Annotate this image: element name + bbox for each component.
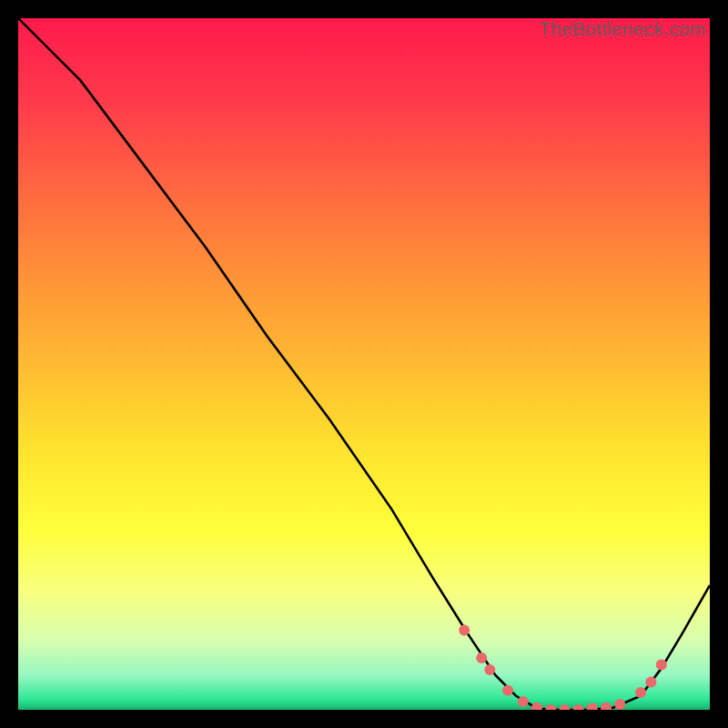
highlight-point	[635, 687, 646, 698]
highlight-point	[645, 677, 656, 688]
highlight-point	[656, 660, 667, 671]
highlight-point	[614, 699, 625, 710]
highlight-point	[484, 664, 495, 675]
highlight-point	[459, 625, 470, 636]
chart-frame: TheBottleneck.com	[18, 18, 710, 710]
highlight-point	[518, 696, 529, 707]
chart-svg	[18, 18, 710, 710]
chart-background	[18, 18, 710, 710]
highlight-point	[502, 685, 513, 696]
watermark-text: TheBottleneck.com	[540, 18, 706, 40]
highlight-point	[476, 652, 487, 663]
